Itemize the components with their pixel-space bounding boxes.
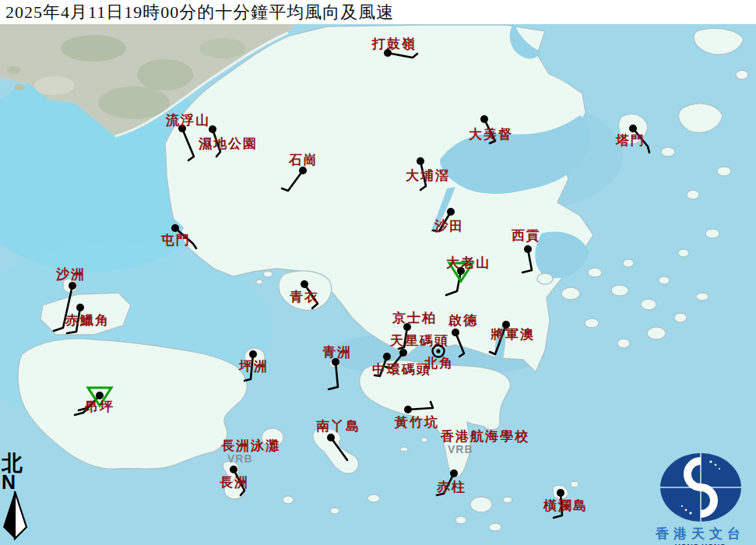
station-dot-icon [383,353,391,360]
vrb-label: VRB [448,443,473,455]
station-label: 京士柏 [392,311,437,325]
station-label: 屯門 [160,233,191,248]
station-dot-icon [480,115,488,123]
station-label: 長洲 [220,475,249,490]
station-label: 赤鱲角 [65,313,110,328]
basemap: 打鼓嶺流浮山濕地公園石崗大美督塔門大埔滘沙田西貢屯門沙洲赤鱲角大老山青衣京士柏啟… [0,0,756,545]
station-dot-icon [69,282,76,290]
north-arrow-icon [2,490,33,540]
station-dot-icon [399,349,407,357]
station-dot-icon [171,224,179,232]
station-label: 石崗 [288,153,318,167]
station-label: 青衣 [290,290,319,304]
north-label-en: N [2,473,33,490]
station-dot-icon [230,466,237,473]
hko-name-zh: 香港天文台 [645,525,756,543]
station-label: 將軍澳 [490,327,535,342]
station-dot-icon [209,125,216,133]
station-dot-icon [447,208,455,216]
station-label: 坪洲 [238,359,269,374]
station-label: 西貢 [511,228,541,243]
station-label: 大美督 [469,126,513,142]
calm-dot-icon [436,349,440,353]
hko-logo-icon [658,452,744,523]
station-dot-icon [450,469,458,477]
station-label: 大埔滘 [406,168,450,183]
station-dot-icon [417,157,424,165]
north-indicator: 北 N [2,453,33,543]
station-label: 長洲泳灘 [221,438,280,453]
station-label: 大老山 [446,255,491,270]
station-dot-icon [404,406,412,413]
map-title: 2025年4月11日19時00分的十分鐘平均風向及風速 [0,1,394,24]
station-label: 啟德 [448,313,478,328]
station-dot-icon [299,167,307,174]
station-dot-icon [557,489,564,497]
station-dot-icon [76,304,84,311]
station-dot-icon [452,329,459,336]
station-label: 黃竹坑 [394,414,439,430]
station-dot-icon [301,280,308,288]
station-label: 塔門 [615,133,645,148]
station-label: 濕地公園 [198,136,258,151]
station-label: 昂坪 [85,399,114,414]
station-label: 香港航海學校 [440,429,529,444]
station-label: 赤柱 [436,480,466,494]
station-label: 打鼓嶺 [371,37,417,51]
station-label: 南丫島 [316,419,360,434]
station-dot-icon [327,434,335,441]
wind-map: 打鼓嶺流浮山濕地公園石崗大美督塔門大埔滘沙田西貢屯門沙洲赤鱲角大老山青衣京士柏啟… [0,0,756,545]
hko-logo: 香港天文台 HONG KONG OBSERVATORY [645,452,756,545]
station-dot-icon [96,392,104,399]
station-dot-icon [249,350,257,358]
station-label: 沙洲 [55,267,86,282]
vrb-label: VRB [227,452,253,465]
station-label: 沙田 [434,219,464,234]
station-label: 中環碼頭 [372,362,431,377]
station-label: 橫瀾島 [543,498,588,513]
station-dot-icon [524,245,532,253]
station-label: 流浮山 [165,113,210,128]
station-label: 青洲 [322,345,352,360]
station-dot-icon [629,125,637,132]
title-bar: 2025年4月11日19時00分的十分鐘平均風向及風速 [0,0,756,24]
